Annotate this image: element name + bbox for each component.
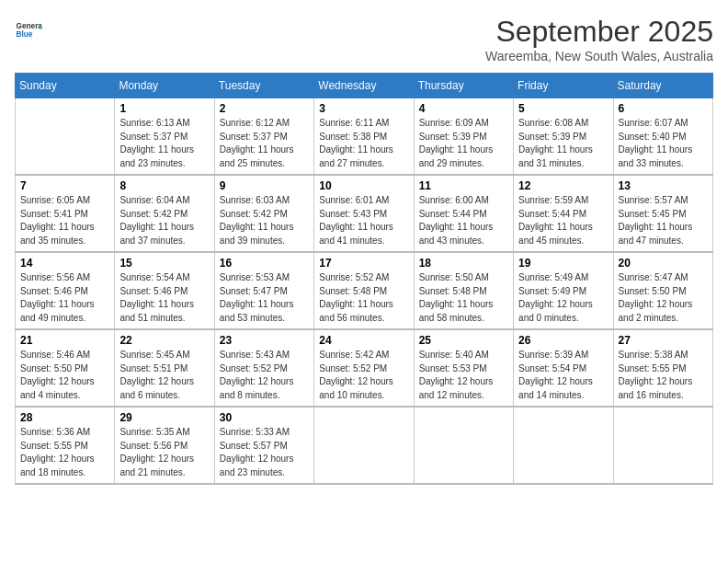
day-info: Sunrise: 5:33 AM Sunset: 5:57 PM Dayligh… [220,426,309,479]
day-info: Sunrise: 5:40 AM Sunset: 5:53 PM Dayligh… [419,349,508,402]
day-info: Sunrise: 5:42 AM Sunset: 5:52 PM Dayligh… [319,349,408,402]
day-number: 13 [619,179,708,192]
calendar-cell: 11Sunrise: 6:00 AM Sunset: 5:44 PM Dayli… [414,175,513,252]
day-info: Sunrise: 6:03 AM Sunset: 5:42 PM Dayligh… [220,194,309,247]
calendar-cell: 2Sunrise: 6:12 AM Sunset: 5:37 PM Daylig… [214,98,313,176]
day-info: Sunrise: 5:49 AM Sunset: 5:49 PM Dayligh… [518,271,608,325]
day-info: Sunrise: 5:50 AM Sunset: 5:48 PM Dayligh… [419,271,508,325]
day-info: Sunrise: 5:47 AM Sunset: 5:50 PM Dayligh… [619,271,708,325]
day-number: 8 [119,179,209,192]
logo: General Blue [15,15,42,42]
day-info: Sunrise: 5:46 AM Sunset: 5:50 PM Dayligh… [20,349,109,402]
calendar-week-row: 14Sunrise: 5:56 AM Sunset: 5:46 PM Dayli… [16,252,713,329]
day-number: 29 [119,411,209,424]
day-number: 24 [319,334,408,347]
calendar-cell: 26Sunrise: 5:39 AM Sunset: 5:54 PM Dayli… [514,329,613,407]
day-info: Sunrise: 6:11 AM Sunset: 5:38 PM Dayligh… [319,117,408,170]
day-number: 12 [518,179,608,192]
day-info: Sunrise: 6:00 AM Sunset: 5:44 PM Dayligh… [419,194,508,247]
header-day-saturday: Saturday [613,74,712,98]
day-info: Sunrise: 6:07 AM Sunset: 5:40 PM Dayligh… [619,117,708,170]
calendar-cell: 23Sunrise: 5:43 AM Sunset: 5:52 PM Dayli… [214,329,313,407]
day-number: 3 [319,102,408,115]
page-header: General Blue September 2025 Wareemba, Ne… [15,15,713,63]
day-info: Sunrise: 5:36 AM Sunset: 5:55 PM Dayligh… [20,426,109,479]
calendar-cell [514,407,613,484]
day-number: 2 [220,102,309,115]
day-info: Sunrise: 5:39 AM Sunset: 5:54 PM Dayligh… [518,349,608,402]
day-number: 10 [319,179,408,192]
calendar-cell: 10Sunrise: 6:01 AM Sunset: 5:43 PM Dayli… [314,175,414,252]
day-info: Sunrise: 6:08 AM Sunset: 5:39 PM Dayligh… [518,117,608,170]
logo-icon: General Blue [15,15,42,42]
day-number: 19 [518,257,608,270]
calendar-cell [314,407,414,484]
calendar-cell: 9Sunrise: 6:03 AM Sunset: 5:42 PM Daylig… [214,175,313,252]
day-number: 22 [119,334,209,347]
header-day-friday: Friday [514,74,613,98]
svg-text:Blue: Blue [17,30,33,39]
day-info: Sunrise: 5:53 AM Sunset: 5:47 PM Dayligh… [220,271,309,325]
day-info: Sunrise: 5:52 AM Sunset: 5:48 PM Dayligh… [319,271,408,325]
day-info: Sunrise: 5:57 AM Sunset: 5:45 PM Dayligh… [619,194,708,247]
day-number: 18 [419,257,508,270]
calendar-cell: 6Sunrise: 6:07 AM Sunset: 5:40 PM Daylig… [613,98,712,176]
calendar-week-row: 7Sunrise: 6:05 AM Sunset: 5:41 PM Daylig… [16,175,713,252]
calendar-header-row: SundayMondayTuesdayWednesdayThursdayFrid… [16,74,713,98]
calendar-cell: 16Sunrise: 5:53 AM Sunset: 5:47 PM Dayli… [214,252,313,329]
calendar-cell [414,407,513,484]
day-info: Sunrise: 5:56 AM Sunset: 5:46 PM Dayligh… [20,271,109,325]
calendar-cell: 12Sunrise: 5:59 AM Sunset: 5:44 PM Dayli… [514,175,613,252]
calendar-cell: 3Sunrise: 6:11 AM Sunset: 5:38 PM Daylig… [314,98,414,176]
day-number: 16 [220,257,309,270]
day-number: 7 [20,179,109,192]
day-info: Sunrise: 5:45 AM Sunset: 5:51 PM Dayligh… [119,349,209,402]
header-day-wednesday: Wednesday [314,74,414,98]
day-number: 25 [419,334,508,347]
day-number: 23 [220,334,309,347]
calendar-cell: 17Sunrise: 5:52 AM Sunset: 5:48 PM Dayli… [314,252,414,329]
calendar-cell: 8Sunrise: 6:04 AM Sunset: 5:42 PM Daylig… [115,175,214,252]
calendar-table: SundayMondayTuesdayWednesdayThursdayFrid… [15,73,713,485]
day-info: Sunrise: 5:35 AM Sunset: 5:56 PM Dayligh… [119,426,209,479]
calendar-cell: 20Sunrise: 5:47 AM Sunset: 5:50 PM Dayli… [613,252,712,329]
day-number: 5 [518,102,608,115]
day-number: 17 [319,257,408,270]
calendar-cell: 21Sunrise: 5:46 AM Sunset: 5:50 PM Dayli… [16,329,115,407]
calendar-cell: 25Sunrise: 5:40 AM Sunset: 5:53 PM Dayli… [414,329,513,407]
day-info: Sunrise: 6:12 AM Sunset: 5:37 PM Dayligh… [220,117,309,170]
calendar-week-row: 21Sunrise: 5:46 AM Sunset: 5:50 PM Dayli… [16,329,713,407]
header-day-tuesday: Tuesday [214,74,313,98]
day-number: 30 [220,411,309,424]
calendar-cell: 14Sunrise: 5:56 AM Sunset: 5:46 PM Dayli… [16,252,115,329]
calendar-cell: 1Sunrise: 6:13 AM Sunset: 5:37 PM Daylig… [115,98,214,176]
calendar-cell [16,98,115,176]
calendar-cell: 7Sunrise: 6:05 AM Sunset: 5:41 PM Daylig… [16,175,115,252]
header-day-thursday: Thursday [414,74,513,98]
calendar-cell: 4Sunrise: 6:09 AM Sunset: 5:39 PM Daylig… [414,98,513,176]
calendar-cell: 27Sunrise: 5:38 AM Sunset: 5:55 PM Dayli… [613,329,712,407]
day-info: Sunrise: 6:05 AM Sunset: 5:41 PM Dayligh… [20,194,109,247]
day-number: 6 [619,102,708,115]
day-number: 26 [518,334,608,347]
day-number: 4 [419,102,508,115]
title-block: September 2025 Wareemba, New South Wales… [485,15,713,63]
location: Wareemba, New South Wales, Australia [485,49,713,63]
calendar-cell: 5Sunrise: 6:08 AM Sunset: 5:39 PM Daylig… [514,98,613,176]
day-info: Sunrise: 6:04 AM Sunset: 5:42 PM Dayligh… [119,194,209,247]
calendar-cell [613,407,712,484]
day-number: 21 [20,334,109,347]
day-number: 20 [619,257,708,270]
day-number: 14 [20,257,109,270]
calendar-cell: 13Sunrise: 5:57 AM Sunset: 5:45 PM Dayli… [613,175,712,252]
day-number: 15 [119,257,209,270]
calendar-cell: 28Sunrise: 5:36 AM Sunset: 5:55 PM Dayli… [16,407,115,484]
calendar-cell: 18Sunrise: 5:50 AM Sunset: 5:48 PM Dayli… [414,252,513,329]
calendar-cell: 22Sunrise: 5:45 AM Sunset: 5:51 PM Dayli… [115,329,214,407]
day-number: 28 [20,411,109,424]
header-day-sunday: Sunday [16,74,115,98]
day-info: Sunrise: 6:09 AM Sunset: 5:39 PM Dayligh… [419,117,508,170]
calendar-cell: 19Sunrise: 5:49 AM Sunset: 5:49 PM Dayli… [514,252,613,329]
day-info: Sunrise: 5:43 AM Sunset: 5:52 PM Dayligh… [220,349,309,402]
calendar-week-row: 1Sunrise: 6:13 AM Sunset: 5:37 PM Daylig… [16,98,713,176]
